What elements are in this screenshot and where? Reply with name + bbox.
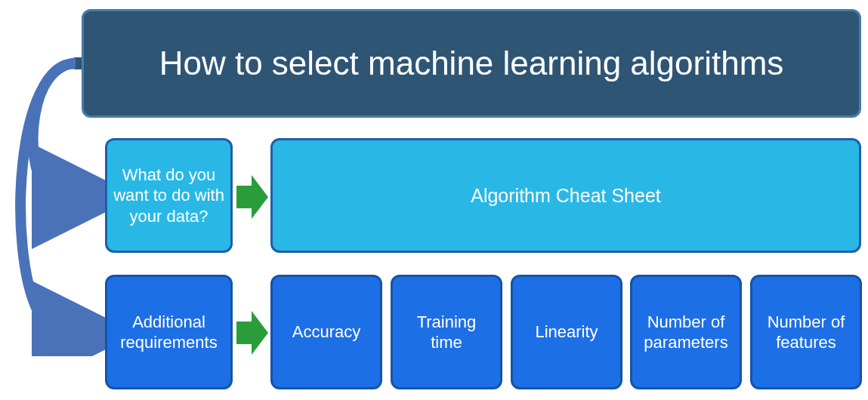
additional-requirements-box: Additional requirements <box>105 275 233 389</box>
factor-num-features-text: Number of features <box>758 312 854 353</box>
cheat-sheet-text: Algorithm Cheat Sheet <box>471 185 661 207</box>
factor-num-params-box: Number of parameters <box>630 275 742 389</box>
cheat-sheet-box: Algorithm Cheat Sheet <box>270 138 861 253</box>
factor-training-time-text: Training time <box>399 312 494 353</box>
question-box: What do you want to do with your data? <box>105 138 233 253</box>
arrow-right-icon <box>236 311 268 355</box>
arrow-right-icon <box>236 175 268 219</box>
factor-linearity-box: Linearity <box>511 275 622 389</box>
title-text: How to select machine learning algorithm… <box>159 45 784 82</box>
factor-linearity-text: Linearity <box>535 322 598 343</box>
factor-num-features-box: Number of features <box>750 275 862 389</box>
factor-accuracy-text: Accuracy <box>292 322 360 343</box>
factor-training-time-box: Training time <box>391 275 502 389</box>
question-text: What do you want to do with your data? <box>113 165 224 227</box>
title-box: How to select machine learning algorithm… <box>82 9 861 118</box>
factor-accuracy-box: Accuracy <box>270 275 382 389</box>
factor-num-params-text: Number of parameters <box>638 312 734 353</box>
additional-requirements-text: Additional requirements <box>113 312 224 353</box>
